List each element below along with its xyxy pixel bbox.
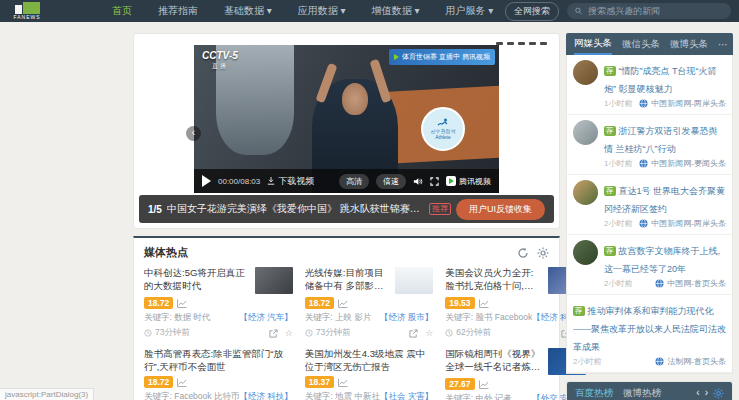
headline-item[interactable]: 荐“情防”成亮点 T台现“火箭炮” 彰显硬核魅力 1小时前 中国新闻网-两岸头条	[567, 55, 732, 115]
trend-chart-icon[interactable]	[177, 299, 187, 308]
globe-icon	[639, 219, 648, 228]
recommend-badge: 荐	[604, 126, 616, 136]
keywords: 关键字: 数据 时代	[144, 312, 211, 324]
carousel-dots[interactable]	[496, 42, 547, 45]
tab-weibo-hot[interactable]: 微博热榜	[623, 382, 661, 400]
keywords: 关键字: 脸书 Facebook	[445, 312, 532, 324]
search-box[interactable]	[567, 3, 731, 19]
category-tag[interactable]: 【经济 汽车】	[239, 312, 292, 324]
headline-title[interactable]: 推动审判体系和审判能力现代化——聚焦改革开放以来人民法院司法改革成果	[573, 306, 726, 352]
article-title[interactable]: 美国加州发生4.3级地震 震中位于湾区无伤亡报告	[305, 348, 433, 373]
avatar[interactable]	[573, 180, 598, 205]
article-title[interactable]: 光线传媒:目前项目储备中有 多部影片有望十年内上映	[305, 267, 390, 292]
headline-title[interactable]: “情防”成亮点 T台现“火箭炮” 彰显硬核魅力	[604, 66, 717, 94]
category-tag[interactable]: 【社会 灾害】	[380, 391, 433, 400]
volume-icon[interactable]	[413, 177, 423, 186]
settings-gear-icon[interactable]	[537, 247, 549, 259]
headline-tabs-bar: 网媒头条 微信头条 微博头条 ⋯	[566, 33, 733, 55]
download-video-button[interactable]: 下载视频	[267, 175, 314, 188]
nav-item-user-service[interactable]: 用户服务 ▾	[445, 4, 493, 18]
article-title[interactable]: 美国会议员火力全开:脸书扎克伯格十问,多事未解遭批	[445, 267, 542, 292]
article-thumbnail[interactable]	[255, 267, 293, 294]
publish-time: 73分钟前	[305, 327, 351, 339]
playback-time: 00:00/08:03	[218, 177, 260, 186]
trend-chart-icon[interactable]	[177, 378, 187, 387]
headline-time: 2小时前	[604, 278, 632, 289]
headline-item[interactable]: 荐故宫数字文物库终于上线, 这一幕已经等了20年 2小时前 中国网-首页头条	[567, 235, 732, 295]
play-button[interactable]	[202, 175, 211, 187]
headline-item[interactable]: 荐推动审判体系和审判能力现代化——聚焦改革开放以来人民法院司法改革成果 2小时前…	[567, 295, 732, 373]
player-controls: 00:00/08:03 下载视频 高清 倍速 腾讯视频	[194, 169, 499, 193]
clock-icon	[144, 329, 152, 337]
avatar[interactable]	[573, 120, 598, 145]
recommend-badge: 荐	[604, 246, 616, 256]
headline-item[interactable]: 荐直达1号 世界电大会齐聚黄冈经济新区签约 2小时前 中国新闻网-两岸头条	[567, 175, 732, 235]
nav-item-home[interactable]: 首页	[112, 4, 132, 18]
share-icon[interactable]	[409, 329, 418, 338]
search-icon	[575, 7, 582, 15]
trend-chart-icon[interactable]	[479, 380, 489, 389]
news-ticker: 1/5 中国女子花游完美演绎《我爱你中国》 跳水队获世锦赛第八金 推荐 用户UI…	[139, 195, 554, 223]
trend-chart-icon[interactable]	[338, 299, 348, 308]
next-page-icon[interactable]: ›	[705, 388, 708, 398]
headline-title[interactable]: 直达1号 世界电大会齐聚黄冈经济新区签约	[604, 186, 725, 214]
star-icon[interactable]: ☆	[425, 329, 433, 338]
tab-wechat-headlines[interactable]: 微信头条	[622, 33, 660, 55]
headline-title[interactable]: 浙江警方双语引发暴恐舆情 兰桂坊“八”行动	[604, 126, 718, 154]
tencent-video-brand[interactable]: 腾讯视频	[446, 176, 491, 187]
nav-item-basic-data[interactable]: 基础数据 ▾	[224, 4, 272, 18]
clock-icon	[445, 329, 453, 337]
carousel-prev-button[interactable]: ‹	[186, 126, 201, 141]
headline-title[interactable]: 故宫数字文物库终于上线, 这一幕已经等了20年	[604, 246, 720, 274]
article-title[interactable]: 中科创达:5G将开启真正的大数据时代	[144, 267, 250, 292]
quality-button[interactable]: 高清	[339, 174, 369, 189]
feedback-button[interactable]: 用户UI反馈收集	[456, 199, 545, 220]
media-card: 国际镜相周刊《视界》全球一线千名记者炼成——对话 27.67 关键字: 中外 记…	[445, 348, 585, 400]
media-card: 中科创达:5G将开启真正的大数据时代 18.72 关键字: 数据 时代 【经济 …	[144, 267, 293, 339]
heat-score-badge: 18.72	[144, 297, 173, 309]
headline-source: 中国网-首页头条	[655, 278, 726, 289]
clock-icon	[305, 329, 313, 337]
avatar[interactable]	[573, 240, 598, 265]
trend-chart-icon[interactable]	[338, 378, 348, 387]
main-nav: 首页 推荐指南 基础数据 ▾ 应用数据 ▾ 增值数据 ▾ 用户服务 ▾	[112, 4, 493, 18]
article-title[interactable]: 国际镜相周刊《视界》全球一线千名记者炼成——对话	[445, 348, 542, 373]
article-thumbnail[interactable]	[395, 267, 433, 294]
search-input[interactable]	[586, 5, 723, 17]
nav-item-value-data[interactable]: 增值数据 ▾	[372, 4, 420, 18]
category-tag[interactable]: 【经济 科技】	[239, 391, 292, 400]
share-icon[interactable]	[269, 329, 278, 338]
full-search-button[interactable]: 全网搜索	[505, 2, 559, 21]
star-icon[interactable]: ☆	[285, 329, 293, 338]
tab-web-headlines[interactable]: 网媒头条	[574, 33, 612, 55]
site-logo[interactable]: FANEWS	[0, 0, 54, 22]
keywords: 关键字: Facebook 比特币	[144, 391, 239, 400]
heat-score-badge: 18.37	[305, 376, 334, 388]
browser-status-bar: javascript:PartDialog(3)	[0, 388, 94, 400]
nav-item-app-data[interactable]: 应用数据 ▾	[298, 4, 346, 18]
more-tabs-icon[interactable]: ⋯	[718, 39, 729, 50]
prev-page-icon[interactable]: ‹	[696, 388, 699, 398]
headline-item[interactable]: 荐浙江警方双语引发暴恐舆情 兰桂坊“八”行动 1小时前 中国新闻网-要闻头条	[567, 115, 732, 175]
globe-icon	[655, 357, 664, 366]
media-card: 脸书高管再表态:除非监管部门“放行”,天秤币不会面世 18.72 关键字: Fa…	[144, 348, 293, 400]
article-title[interactable]: 脸书高管再表态:除非监管部门“放行”,天秤币不会面世	[144, 348, 293, 373]
avatar[interactable]	[573, 60, 598, 85]
video-player[interactable]: CCTV-5 直播 体育世锦赛 直播中 腾讯视频 선수관람석 Athlete 0…	[194, 45, 499, 193]
category-tag[interactable]: 【经济 股市】	[380, 312, 433, 324]
heat-score-badge: 18.72	[144, 376, 173, 388]
ticker-headline[interactable]: 中国女子花游完美演绎《我爱你中国》 跳水队获世锦赛第八金	[167, 202, 424, 216]
tab-weibo-headlines[interactable]: 微博头条	[670, 33, 708, 55]
nav-item-guide[interactable]: 推荐指南	[158, 4, 198, 18]
headline-source: 中国新闻网-两岸头条	[639, 98, 726, 109]
hot-settings-gear-icon[interactable]	[713, 388, 724, 399]
video-overlay-ad[interactable]: 体育世锦赛 直播中 腾讯视频	[389, 49, 495, 65]
tab-baidu-hot[interactable]: 百度热榜	[575, 382, 613, 400]
trend-chart-icon[interactable]	[479, 299, 489, 308]
headline-source: 中国新闻网-要闻头条	[639, 158, 726, 169]
fullscreen-icon[interactable]	[430, 177, 439, 186]
speed-button[interactable]: 倍速	[376, 174, 406, 189]
headline-time: 1小时前	[604, 158, 632, 169]
refresh-icon[interactable]	[517, 247, 529, 259]
headline-source: 法制网-首页头条	[655, 356, 726, 367]
